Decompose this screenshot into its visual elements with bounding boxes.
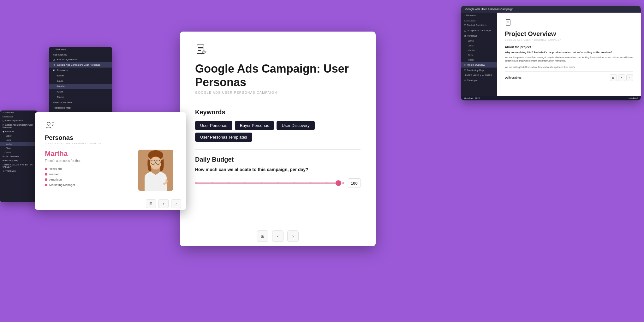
svg-point-10 xyxy=(47,122,50,125)
wml-positioning-map[interactable]: Positioning Map xyxy=(49,105,112,110)
budget-question: How much can we allocate to this campaig… xyxy=(195,167,361,172)
personas-nav-bar: ⊞ ‹ › xyxy=(35,196,186,210)
window-main-subtitle: GOOGLE ADS USER PERSONAS CAMPAIGN xyxy=(195,91,361,94)
wr-esther[interactable]: · Esther xyxy=(461,39,497,43)
persona-attr-age: Years old xyxy=(45,167,131,170)
personas-subtitle: GOOGLE ADS USER PERSONAS CAMPAIGN xyxy=(45,142,176,145)
del-prev-btn[interactable]: ‹ xyxy=(618,74,625,81)
wbl-esther[interactable]: · Esther xyxy=(0,134,38,138)
footer-right: HolaBrief xyxy=(629,97,638,99)
deliverables-buttons: ⊞ ‹ › xyxy=(610,74,633,81)
window-main-icon-area xyxy=(195,44,361,58)
attr-dot-married xyxy=(45,173,47,176)
personas-nav-next-btn[interactable]: › xyxy=(171,199,181,208)
wr-olivia[interactable]: · Olivia xyxy=(461,53,497,57)
keywords-container: User Personas Buyer Personas User Discov… xyxy=(195,121,361,142)
slider-thumb[interactable] xyxy=(336,180,341,186)
wbl-product-questions[interactable]: ◻ Product Questions xyxy=(0,118,38,123)
slider-dots xyxy=(195,182,344,184)
wr-enter-value[interactable]: · ENTER VALUE X vs. ENTER VALUE Y xyxy=(461,73,497,78)
personas-nav-overview-btn[interactable]: ⊞ xyxy=(146,199,156,208)
divider-2 xyxy=(195,149,361,150)
svg-point-17 xyxy=(150,157,161,169)
wml-product-questions[interactable]: ◻ Product Questions xyxy=(49,57,112,62)
wbl-thank-you[interactable]: ☺ Thank you xyxy=(0,169,38,173)
wml-laura[interactable]: · Laura xyxy=(49,78,112,84)
wr-thank-you[interactable]: ☺ Thank you xyxy=(461,78,497,83)
wr-martha[interactable]: · Martha xyxy=(461,48,497,53)
attr-dot-role xyxy=(45,184,47,186)
wml-google-ads[interactable]: ◻ Google Ads Campaign: User Personas xyxy=(49,62,112,68)
personas-nav-prev-btn[interactable]: ‹ xyxy=(158,199,169,208)
wml-welcome[interactable]: ⌂Welcome xyxy=(49,47,112,52)
document-icon xyxy=(505,19,512,27)
attr-dot-age xyxy=(45,168,47,170)
wr-project-overview[interactable]: ◻ Project Overview xyxy=(461,62,497,68)
wbl-positioning-map[interactable]: Positioning Map xyxy=(0,158,38,163)
keyword-user-discovery: User Discovery xyxy=(277,121,314,130)
wr-about-question: Why are we doing this? And what's the pr… xyxy=(505,51,633,54)
wbl-laura[interactable]: · Laura xyxy=(0,138,38,142)
deliverables-bar: Deliverables ⊞ ‹ › xyxy=(505,71,633,81)
personas-right xyxy=(138,150,176,191)
wml-project-overview[interactable]: Project Overview xyxy=(49,100,112,105)
wr-product-questions[interactable]: ◻ Product Questions xyxy=(461,22,497,28)
wml-esther[interactable]: · Esther xyxy=(49,73,112,78)
wbl-project-overview[interactable]: Project Overview xyxy=(0,154,38,158)
wbl-maear[interactable]: · Maear xyxy=(0,150,38,154)
del-overview-btn[interactable]: ⊞ xyxy=(610,74,617,81)
persona-attr-married: married xyxy=(45,172,131,176)
attr-label-age: Years old xyxy=(49,167,62,170)
svg-rect-6 xyxy=(506,20,510,25)
window-right-titlebar: Google Ads User Personas Campaign xyxy=(461,6,641,13)
attr-dot-american xyxy=(45,178,47,181)
window-main-title: Google Ads Campaign: User Personas xyxy=(195,62,361,89)
wbl-personas[interactable]: ◉ Personas xyxy=(0,129,38,134)
personas-icon-area xyxy=(45,121,176,132)
deliverables-label: Deliverables xyxy=(505,76,522,79)
wbl-martha[interactable]: · Martha xyxy=(0,142,38,146)
budget-slider-track[interactable] xyxy=(195,182,344,184)
keyword-user-personas-templates: User Personas Templates xyxy=(195,133,252,142)
wml-olivia[interactable]: · Olivia xyxy=(49,89,112,94)
wr-positioning-map[interactable]: ◻ Positioning Map xyxy=(461,68,497,73)
wr-personas-header[interactable]: ◉ Personas xyxy=(461,33,497,39)
wr-about-title: About the project xyxy=(505,45,633,49)
window-right-sidebar: ⌂ Welcome Exercises ◻ Product Questions … xyxy=(461,13,497,96)
nav-prev-button[interactable]: ‹ xyxy=(272,230,283,242)
persona-attr-role: Marketing Manager xyxy=(45,183,131,187)
wbl-exercises-label: Exercises xyxy=(0,115,38,118)
wr-main-subtitle-text: GOOGLE ADS USER PERSONAS CAMPAIGN xyxy=(505,39,633,41)
wml-personas-header[interactable]: ◉ Personas xyxy=(49,68,112,73)
attr-label-american: American xyxy=(49,178,62,181)
window-main-nav-bar: ⊞ ‹ › xyxy=(180,226,376,246)
window-right-main: Project Overview GOOGLE ADS USER PERSONA… xyxy=(497,13,641,96)
window-right: Google Ads User Personas Campaign ⌂ Welc… xyxy=(461,6,641,100)
attr-label-role: Marketing Manager xyxy=(49,183,75,187)
wr-welcome[interactable]: ⌂ Welcome xyxy=(461,13,497,18)
window-right-footer: HolaBrief | 2022 HolaBrief xyxy=(461,96,641,100)
persona-photo xyxy=(138,150,173,191)
wr-maear[interactable]: · Maear xyxy=(461,57,497,62)
wml-exercises-section: Exercises xyxy=(49,52,112,57)
slider-dot xyxy=(309,182,311,184)
slider-dot xyxy=(212,182,213,184)
budget-value[interactable]: 100 xyxy=(348,178,361,188)
wr-laura[interactable]: · Laura xyxy=(461,43,497,48)
wbl-enter-value[interactable]: · ENTER VALUE X vs. ENTER VALUE Y xyxy=(0,163,38,169)
window-personas: Personas GOOGLE ADS USER PERSONAS CAMPAI… xyxy=(35,112,186,210)
del-next-btn[interactable]: › xyxy=(626,74,633,81)
personas-icon xyxy=(45,121,54,130)
wr-google-ads[interactable]: ◻ Google Ads Campaign: User Personas xyxy=(461,28,497,33)
wml-maear[interactable]: · Maear xyxy=(49,94,112,100)
slider-dot xyxy=(244,182,246,184)
persona-name: Martha xyxy=(45,150,131,158)
keyword-buyer-personas: Buyer Personas xyxy=(235,121,274,130)
window-right-title-text: Google Ads User Personas Campaign xyxy=(465,8,513,11)
wbl-olivia[interactable]: · Olivia xyxy=(0,146,38,150)
nav-next-button[interactable]: › xyxy=(287,230,299,242)
wbl-google-ads[interactable]: ◻ Google Ads Campaign: User Personas xyxy=(0,123,38,129)
wml-martha[interactable]: · Martha xyxy=(49,84,112,89)
nav-overview-button[interactable]: ⊞ xyxy=(257,230,268,242)
wbl-welcome[interactable]: ⌂ Welcome xyxy=(0,110,38,115)
